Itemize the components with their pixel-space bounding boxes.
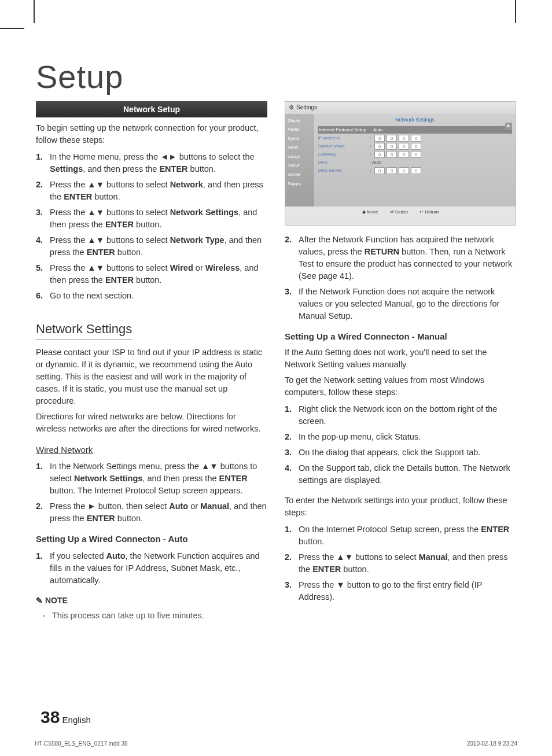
network-settings-heading: Network Settings [36,320,132,340]
wired-steps: 1.In the Network Settings menu, press th… [36,460,267,525]
list-item: 1.On the Internet Protocol Setup screen,… [285,523,516,548]
auto-steps: 1.If you selected Auto, the Network Func… [36,550,267,587]
left-column: Network Setup To begin setting up the ne… [36,101,267,625]
ns-para1: Please contact your ISP to find out if y… [36,346,267,407]
enter-steps: 1.On the Internet Protocol Setup screen,… [285,523,516,603]
settings-screenshot: ⚙Settings DisplaAudioSysteNetwLanguSecur… [285,101,516,226]
ss-title: Network Settings [318,115,512,125]
ns-para2: Directions for wired networks are below.… [36,411,267,435]
ss-footer: ◆ Move⏎ Select↩ Return [285,206,516,218]
ss-dns-server-row: DNS Server: 0000 [318,167,512,174]
manual-p1: If the Auto Setting does not work, you'l… [285,346,516,371]
intro-text: To begin setting up the network connecti… [36,122,267,146]
note-label: ✎NOTE [36,595,267,606]
list-item: 1.Right click the Network icon on the bo… [285,403,516,427]
wired-heading: Wired Network [36,444,267,456]
ss-main: Network Settings Internet Protocol Setup… [314,114,516,206]
ss-header-text: Settings [296,104,317,110]
ss-ip-row: Gateway:0000 [318,151,512,158]
list-item: 2.In the pop-up menu, click Status. [285,431,516,443]
page-title: Setup [36,58,516,95]
list-item: 4.Press the ▲▼ buttons to select Network… [36,234,267,259]
section-heading: Network Setup [36,101,267,117]
cont-steps: 2.After the Network Function has acquire… [285,234,516,322]
list-item: 1.In the Network Settings menu, press th… [36,460,267,497]
manual-steps: 1.Right click the Network icon on the bo… [285,403,516,486]
list-item: 3.If the Network Function does not acqui… [285,286,516,322]
page-footer: 38 English [41,707,91,727]
ss-dns-row: DNS: Auto [318,159,512,166]
list-item: 2.Press the ▲▼ buttons to select Network… [36,179,267,203]
print-file: HT-C5500_ELS_ENG_0217.indd 38 [35,740,128,747]
manual-p2: To get the Network setting values from m… [285,374,516,399]
list-item: 3.Press the ▼ button to go to the first … [285,579,516,603]
setup-steps: 1.In the Home menu, press the ◄► buttons… [36,151,267,302]
auto-heading: Setting Up a Wired Connecton - Auto [36,533,267,545]
list-item: 6.Go to the next section. [36,290,267,302]
print-line: HT-C5500_ELS_ENG_0217.indd 38 2010-02-18… [35,740,517,747]
chevron-right-icon: ► [505,123,512,130]
list-item: 4.On the Support tab, click the Details … [285,462,516,486]
ss-ip-row: Subnet Mask:0000 [318,143,512,150]
list-item: 2.After the Network Function has acquire… [285,234,516,282]
manual-heading: Setting Up a Wired Connecton - Manual [285,330,516,343]
list-item: 1.If you selected Auto, the Network Func… [36,550,267,587]
note-text: This process can take up to five minutes… [52,610,267,622]
list-item: 3.Press the ▲▼ buttons to select Network… [36,206,267,231]
gear-icon: ⚙ [289,104,294,110]
enter-p: To enter the Network settings into your … [285,495,516,519]
list-item: 2.Press the ► button, then select Auto o… [36,500,267,525]
print-timestamp: 2010-02-18 9:23:24 [467,740,517,747]
ss-row-highlight: Internet Protocol Setup: Auto [318,126,512,134]
ss-nav: DisplaAudioSysteNetwLanguSecurGenerSuppo [285,114,314,206]
right-column: ⚙Settings DisplaAudioSysteNetwLanguSecur… [285,101,516,625]
list-item: 1.In the Home menu, press the ◄► buttons… [36,151,267,175]
list-item: 3.On the dialog that appears, click the … [285,447,516,459]
page-lang: English [62,715,91,725]
list-item: 2.Press the ▲▼ buttons to select Manual,… [285,551,516,576]
ss-ip-row: IP Address:0000 [318,135,512,142]
note-icon: ✎ [36,596,43,605]
list-item: 5.Press the ▲▼ buttons to select Wired o… [36,262,267,286]
page-number: 38 [41,707,60,727]
